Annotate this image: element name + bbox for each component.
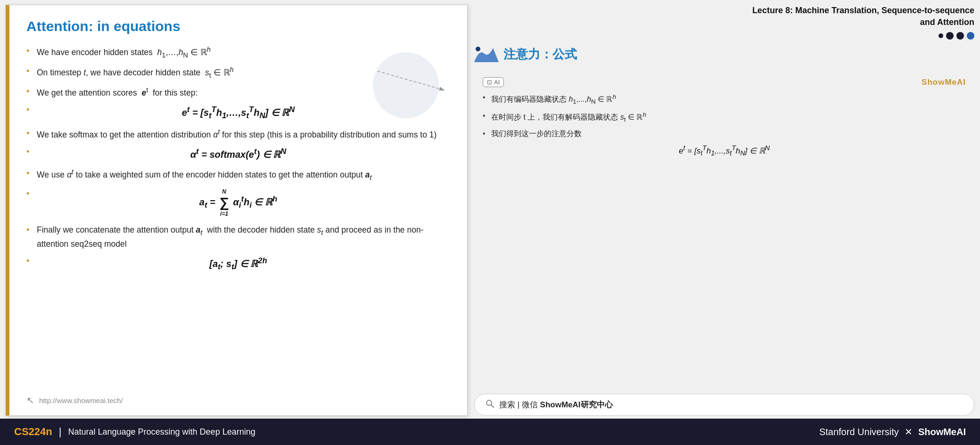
math-formula-2: αt = softmax(et) ∈ ℝN xyxy=(26,146,450,162)
dot-3 xyxy=(956,32,964,40)
dot-2 xyxy=(946,32,954,40)
list-item: We take softmax to get the attention dis… xyxy=(26,127,450,141)
search-placeholder: 搜索 | 微信 ShowMeAI研究中心 xyxy=(499,399,613,410)
cn-list-item: 我们有编码器隐藏状态 h1,...,hN ∈ ℝh xyxy=(483,92,966,106)
chinese-title-row: 注意力：公式 xyxy=(474,44,974,64)
svg-point-1 xyxy=(476,47,480,51)
formula-item: αt = softmax(et) ∈ ℝN xyxy=(26,146,450,162)
cn-content-box: ⊡ AI ShowMeAI 我们有编码器隐藏状态 h1,...,hN ∈ ℝh … xyxy=(474,71,974,389)
lecture-dots xyxy=(474,32,974,40)
math-formula-4: [at; st] ∈ ℝ2h xyxy=(26,255,450,273)
showmeai-label: ShowMeAI xyxy=(918,427,966,437)
bottom-left: CS224n | Natural Language Processing wit… xyxy=(14,426,255,438)
cn-formula: et = [stTh1,...,stThN] ∈ ℝN xyxy=(483,144,966,157)
cn-box-header: ⊡ AI ShowMeAI xyxy=(483,77,966,87)
math-formula-1: et = [stTh1,…,stThN] ∈ ℝN xyxy=(26,104,450,121)
cs224n-label: CS224n xyxy=(14,426,52,438)
list-item: We have encoder hidden states h1,…,hN ∈ … xyxy=(26,45,450,60)
math-formula-3: at = N ∑ i=1 αithi ∈ ℝh xyxy=(26,187,450,218)
bullet-list: We have encoder hidden states h1,…,hN ∈ … xyxy=(26,45,450,390)
footer-divider: | xyxy=(59,426,62,438)
slide-title: Attention: in equations xyxy=(26,18,450,34)
list-item: We use αt to take a weighted sum of the … xyxy=(26,167,450,183)
cursor-icon: ↖ xyxy=(26,395,34,406)
search-icon xyxy=(485,399,494,411)
slide-panel: Attention: in equations We have encoder … xyxy=(6,5,468,416)
cn-bullet-list: 我们有编码器隐藏状态 h1,...,hN ∈ ℝh 在时间步 t 上，我们有解码… xyxy=(483,92,966,139)
x-separator: ✕ xyxy=(905,426,913,437)
list-item: Finally we concatenate the attention out… xyxy=(26,224,450,251)
slide-footer: ↖ http://www.showmeai.tech/ xyxy=(26,395,450,406)
dot-1 xyxy=(939,33,943,38)
formula-item: [at; st] ∈ ℝ2h xyxy=(26,255,450,273)
cn-list-item: 我们得到这一步的注意分数 xyxy=(483,128,966,139)
formula-item: et = [stTh1,…,stThN] ∈ ℝN xyxy=(26,104,450,121)
footer-subtitle: Natural Language Processing with Deep Le… xyxy=(68,427,255,437)
ai-icon: ⊡ xyxy=(487,79,492,86)
stanford-label: Stanford University xyxy=(819,427,899,437)
list-item: On timestep t, we have decoder hidden st… xyxy=(26,65,450,81)
cn-title-text: 注意力：公式 xyxy=(503,46,577,63)
ai-label: AI xyxy=(494,79,500,86)
list-item: We get the attention scores et for this … xyxy=(26,85,450,99)
cn-section-icon xyxy=(474,44,499,64)
svg-line-3 xyxy=(491,405,494,408)
cn-list-item: 在时间步 t 上，我们有解码器隐藏状态 st ∈ ℝh xyxy=(483,110,966,125)
lecture-title-block: Lecture 8: Machine Translation, Sequence… xyxy=(474,5,974,28)
bottom-right: Stanford University ✕ ShowMeAI xyxy=(819,426,966,437)
footer-url: http://www.showmeai.tech/ xyxy=(39,396,123,405)
lecture-title-line1: Lecture 8: Machine Translation, Sequence… xyxy=(474,5,974,16)
right-panel: Lecture 8: Machine Translation, Sequence… xyxy=(474,5,974,416)
bottom-bar: CS224n | Natural Language Processing wit… xyxy=(0,419,980,445)
search-bar[interactable]: 搜索 | 微信 ShowMeAI研究中心 xyxy=(474,394,974,416)
showmeai-badge: ShowMeAI xyxy=(922,78,966,87)
dot-4 xyxy=(967,32,974,40)
lecture-header: Lecture 8: Machine Translation, Sequence… xyxy=(474,5,974,40)
formula-item: at = N ∑ i=1 αithi ∈ ℝh xyxy=(26,187,450,218)
lecture-title-line2: and Attention xyxy=(474,16,974,28)
ai-badge: ⊡ AI xyxy=(483,77,504,87)
